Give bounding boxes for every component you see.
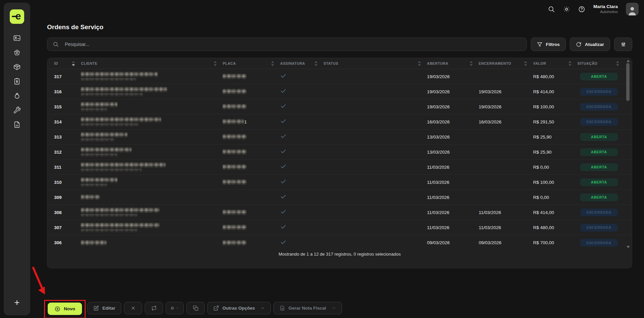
cell-placa-redacted [223,104,280,109]
refresh-button[interactable]: Atualizar [570,38,610,51]
sidebar-item-sales[interactable] [10,49,24,57]
cell-cliente-redacted [81,72,223,81]
new-button[interactable]: Novo [48,303,82,315]
cancel-button[interactable] [124,302,142,314]
scrollbar-thumb[interactable] [626,63,630,101]
filters-button[interactable]: Filtros [531,38,566,51]
x-icon [130,305,136,311]
redaction-block [81,178,117,182]
help-icon[interactable] [578,6,585,13]
app-screen: e + [0,0,644,318]
sort-icon[interactable] [214,61,217,66]
column-header-situação[interactable]: SITUAÇÃO [577,61,625,66]
more-options-button[interactable]: Outras Opções [207,302,271,314]
sort-icon[interactable] [470,61,473,66]
column-header-assinatura[interactable]: ASSINATURA [280,61,324,66]
redaction-block [81,163,166,167]
scroll-down-icon[interactable] [627,246,630,248]
redaction-block [81,72,158,77]
column-header-valor[interactable]: VALOR [533,61,577,66]
status-badge: ABERTA [580,133,618,141]
duplicate-button[interactable] [186,302,205,314]
table-row[interactable]: 315 19/03/2026 19/03/2026 R$ 100,00 ENCE… [47,99,632,114]
cell-assinatura [280,194,324,201]
sidebar-item-customers[interactable] [10,35,24,43]
cell-valor: R$ 25,90 [533,150,577,155]
generate-invoice-button[interactable]: Gerar Nota Fiscal [273,302,342,314]
annotation-highlight-box: Novo [44,300,86,318]
sort-icon[interactable] [271,61,274,66]
table-row[interactable]: 314 1 16/03/2026 16/03/2026 R$ 291,50 EN… [47,114,632,129]
cell-valor: R$ 414,00 [533,89,577,94]
cell-cliente-redacted [81,241,223,245]
redaction-block [81,93,143,96]
table-row[interactable]: 311 11/03/2026 R$ 0,00 ABERTA [47,160,632,175]
table-row[interactable]: 307 11/03/2026 11/03/2026 R$ 480,00 ENCE… [47,220,632,235]
search-input[interactable] [65,42,521,47]
copy-icon [193,305,199,311]
cell-id: 311 [54,165,81,170]
status-badge: ENCERRADA [580,118,618,126]
print-button[interactable] [166,302,184,314]
sidebar-add-button[interactable]: + [14,298,19,307]
redaction-block [81,108,107,111]
cell-id: 313 [54,135,81,140]
column-header-status[interactable]: STATUS [324,61,427,66]
generate-invoice-label: Gerar Nota Fiscal [289,306,326,311]
sidebar-item-finance[interactable] [10,92,24,100]
avatar[interactable] [626,3,639,15]
column-header-cliente[interactable]: CLIENTE [81,61,223,66]
status-badge: ABERTA [580,73,618,81]
sort-icon[interactable] [524,61,527,66]
check-icon [280,163,287,170]
sort-icon[interactable] [418,61,421,66]
theme-brightness-icon[interactable] [563,6,570,13]
sort-icon[interactable] [568,61,571,66]
status-badge: ENCERRADA [580,224,618,231]
status-badge: ENCERRADA [580,88,618,96]
column-header-placa[interactable]: PLACA [223,61,280,66]
cell-abertura: 19/03/2026 [427,74,479,79]
table-row[interactable]: 306 09/03/2026 09/03/2026 R$ 700,00 ENCE… [47,235,632,250]
table-row[interactable]: 316 19/03/2026 19/03/2026 R$ 414,00 ENCE… [47,84,632,99]
table-scrollbar[interactable] [626,59,630,249]
table-row[interactable]: 312 13/03/2026 R$ 25,90 ABERTA [47,145,632,160]
redaction-block [81,87,167,92]
sort-icon[interactable] [314,61,317,66]
scroll-up-icon[interactable] [627,60,630,62]
app-logo[interactable]: e [10,9,24,24]
cell-abertura: 11/03/2026 [427,225,479,230]
column-header-id[interactable]: ID [54,61,81,66]
sidebar-item-orders[interactable] [10,78,24,86]
sort-icon[interactable] [616,61,619,66]
table-row[interactable]: 313 13/03/2026 R$ 25,90 ABERTA [47,129,632,145]
status-badge: ABERTA [580,194,618,201]
check-icon [280,194,287,200]
redaction-block [223,241,246,245]
table-row[interactable]: 317 19/03/2026 R$ 480,00 ABERTA [47,69,632,84]
reopen-button[interactable] [145,302,163,314]
search-icon[interactable] [548,6,555,13]
cell-id: 308 [54,210,81,215]
cell-assinatura [280,88,324,95]
cell-cliente-redacted [81,117,223,126]
cell-abertura: 11/03/2026 [427,165,479,170]
printer-icon [171,305,174,311]
table-row[interactable]: 308 11/03/2026 11/03/2026 R$ 414,00 ENCE… [47,205,632,220]
cell-situacao: ABERTA [577,73,625,81]
table-row[interactable]: 310 11/03/2026 R$ 100,00 ABERTA [47,175,632,190]
table-row[interactable]: 309 11/03/2026 R$ 0,00 ABERTA [47,190,632,205]
status-badge: ABERTA [580,178,618,186]
sidebar-item-reports[interactable] [10,121,24,129]
column-settings-button[interactable] [614,38,632,51]
column-header-abertura[interactable]: ABERTURA [427,61,479,66]
sidebar-item-products[interactable] [10,63,24,71]
column-header-encerramento[interactable]: ENCERRAMENTO [479,61,533,66]
redaction-block [81,208,160,213]
cell-cliente-redacted [81,132,223,142]
redaction-block [81,169,142,172]
sort-icon[interactable] [72,61,75,66]
edit-button[interactable]: Editar [87,302,121,314]
user-info[interactable]: Maria Clara Automotivo [593,4,618,14]
sidebar-item-services[interactable] [10,107,24,115]
